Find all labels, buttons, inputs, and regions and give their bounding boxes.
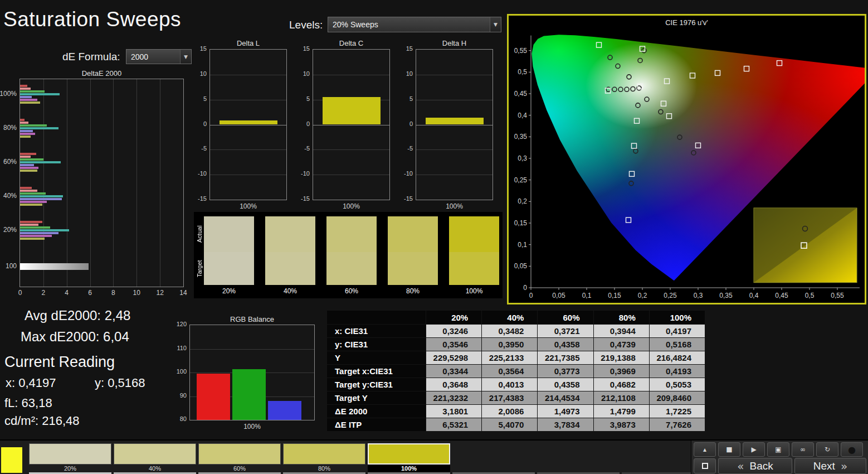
delta-c-plot	[313, 49, 390, 200]
bar	[20, 195, 63, 197]
svg-text:0,15: 0,15	[514, 219, 528, 227]
bar	[20, 156, 31, 158]
table-column-header: 80%	[593, 311, 649, 325]
chevron-down-icon[interactable]: ▼	[490, 17, 501, 32]
table-body: x: CIE310,32460,34820,37210,39440,4197y:…	[327, 325, 705, 432]
table-cell: 0,3246	[426, 325, 482, 338]
table-cell: 0,4358	[538, 338, 593, 351]
delta-h-ylabels: 151050-5-10-15	[401, 49, 415, 200]
back-button[interactable]: « Back	[718, 458, 792, 474]
delta-l-plot	[209, 49, 287, 200]
bar	[20, 263, 89, 270]
levels-dropdown[interactable]: 20% Sweeps ▼	[328, 17, 501, 32]
current-y: y: 0,5168	[95, 376, 145, 390]
measurement-table: 20%40%60%80%100% x: CIE310,32460,34820,3…	[326, 310, 705, 432]
table-cell: 2,0086	[482, 405, 538, 418]
y-tick-label: -15	[404, 195, 413, 202]
table-cell: 0,4358	[538, 378, 593, 391]
continuous-button[interactable]: ∞	[792, 442, 814, 457]
swatch-target	[326, 252, 377, 285]
chevron-left-icon: «	[737, 460, 744, 473]
bar	[20, 88, 31, 90]
patch-button[interactable]: 20%	[29, 443, 111, 472]
swatch: 60%	[326, 216, 377, 296]
gridline	[416, 125, 492, 125]
current-reading-title: Current Reading	[4, 354, 115, 371]
table-row-label: Target y:CIE31	[327, 378, 426, 391]
x-tick-label: 8	[109, 289, 118, 297]
swatch-target	[204, 252, 254, 285]
y-tick-label: -15	[301, 195, 310, 202]
loop-button[interactable]: ↻	[816, 442, 838, 457]
chevron-down-icon[interactable]: ▼	[180, 50, 191, 64]
y-tick-label: 80	[180, 415, 187, 422]
svg-text:0,5: 0,5	[805, 292, 815, 299]
svg-text:0,4: 0,4	[749, 292, 759, 299]
table-row-label: ΔE ITP	[327, 418, 426, 432]
table-corner	[327, 311, 426, 325]
svg-text:0,05: 0,05	[514, 262, 528, 270]
y-tick-label: 0	[203, 120, 207, 127]
deltae2000-plot	[19, 79, 184, 287]
current-patch-swatch	[1, 447, 22, 473]
table-cell: 0,3773	[538, 365, 593, 378]
pattern-window-button[interactable]: ▣	[767, 442, 789, 457]
gridline	[190, 349, 314, 350]
swatch-row: 20%40%60%80%100%	[204, 216, 499, 296]
play-button[interactable]: ▶	[743, 442, 765, 457]
stop-button[interactable]: ■	[718, 442, 740, 457]
de-formula-dropdown[interactable]: 2000 ▼	[126, 49, 192, 64]
patch-button[interactable]: 80%	[283, 443, 365, 472]
patch-button[interactable]: 60%	[198, 443, 281, 472]
patch-label: 80%	[283, 465, 365, 472]
x-tick-label: 0	[16, 289, 25, 297]
deltae2000-chart-title: DeltaE 2000	[19, 69, 184, 78]
table-cell: 0,3969	[593, 365, 649, 378]
cie-diagram: 00,050,10,150,20,250,30,350,40,450,50,55…	[509, 16, 865, 303]
patch-color	[283, 443, 365, 465]
patch-color	[198, 443, 281, 465]
table-cell: 3,7834	[538, 418, 593, 432]
status-button[interactable]: ●	[841, 442, 863, 457]
patch-button[interactable]: 100%	[368, 443, 450, 472]
bar	[20, 101, 40, 104]
target-row-label: Target	[196, 252, 204, 286]
swatch-actual	[449, 216, 499, 252]
eject-button[interactable]: ▴	[694, 442, 716, 457]
stop-pattern-button[interactable]	[694, 458, 716, 473]
rgb-bar-red	[197, 374, 230, 420]
bar	[20, 190, 37, 192]
patch-button[interactable]: 40%	[114, 443, 196, 472]
gridline	[313, 125, 389, 125]
swatch-label: 100%	[449, 287, 499, 296]
bar	[20, 133, 35, 135]
levels-label: Levels:	[289, 19, 323, 31]
svg-text:0: 0	[523, 284, 527, 292]
y-tick-label: 0	[409, 120, 413, 127]
page-title: Saturation Sweeps	[3, 8, 181, 31]
delta-h-chart: Delta H 151050-5-10-15 100%	[401, 39, 494, 212]
bar	[20, 238, 45, 240]
rgb-balance-title: RGB Balance	[189, 315, 315, 323]
y-tick-label: 100	[177, 368, 187, 375]
patch-label: 40%	[114, 465, 196, 472]
current-cd: cd/m²: 216,48	[4, 414, 80, 428]
y-group-label: 40%	[3, 192, 17, 200]
table-row-label: y: CIE31	[327, 338, 426, 351]
delta-bar	[323, 97, 381, 124]
delta-h-title: Delta H	[416, 39, 493, 47]
delta-c-xlabel: 100%	[313, 202, 390, 210]
current-x: x: 0,4197	[6, 376, 56, 390]
patch-label: 100%	[368, 465, 450, 472]
next-button[interactable]: Next »	[794, 458, 866, 474]
rgb-bar-green	[232, 369, 266, 420]
table-cell: 0,4197	[649, 325, 705, 338]
svg-text:0,55: 0,55	[514, 47, 528, 55]
bar	[20, 153, 36, 155]
table-cell: 0,4193	[649, 365, 705, 378]
rgb-ylabels: 1201101009080	[174, 325, 188, 420]
cie-chart-title: CIE 1976 u'v'	[509, 18, 865, 27]
bar	[20, 127, 58, 129]
x-tick-label: 6	[86, 289, 95, 297]
y-tick-label: 110	[177, 345, 187, 351]
